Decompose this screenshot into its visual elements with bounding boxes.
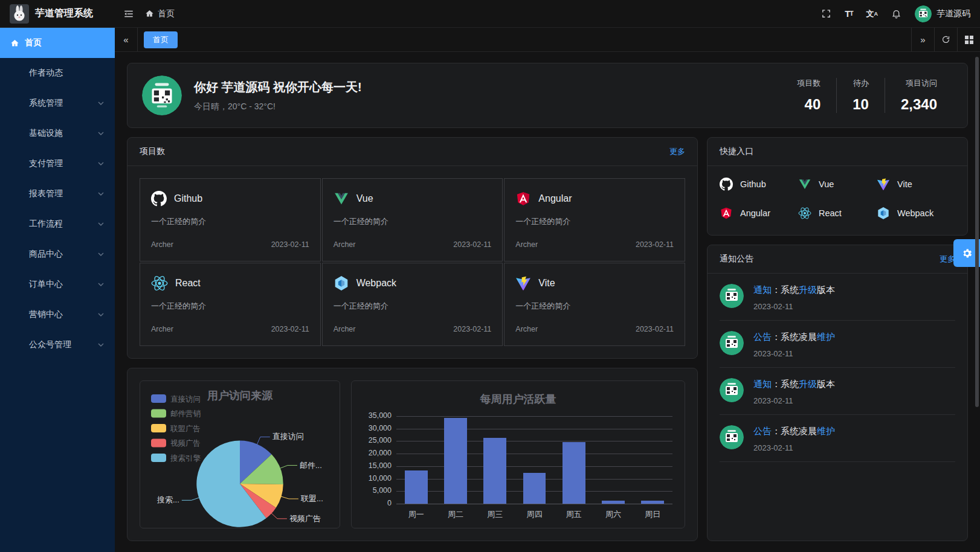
shortcut-vite[interactable]: Vite [877, 172, 955, 196]
scrollbar[interactable] [975, 57, 979, 407]
font-size-icon[interactable]: TT [845, 8, 853, 19]
language-icon[interactable]: 文A [866, 8, 878, 19]
project-card-github[interactable]: Github 一个正经的简介 Archer2023-02-11 [140, 178, 321, 262]
svg-text:邮件...: 邮件... [300, 461, 322, 470]
shortcut-angular[interactable]: Angular [720, 201, 798, 225]
notice-title: 通知：系统升级版本 [753, 379, 835, 390]
user-name: 芋道源码 [936, 8, 970, 19]
user-avatar [915, 5, 932, 22]
project-card-webpack[interactable]: Webpack 一个正经的简介 Archer2023-02-11 [322, 263, 503, 346]
projects-more-link[interactable]: 更多 [669, 146, 685, 157]
vite-icon [877, 178, 890, 191]
shortcut-webpack[interactable]: Webpack [877, 201, 955, 225]
stat-visits: 项目访问 2,340 [885, 78, 953, 113]
bell-icon[interactable] [891, 8, 901, 19]
sidebar-item-home[interactable]: 首页 [0, 28, 115, 58]
chevron-down-icon [98, 252, 104, 256]
pie-chart-user-source[interactable]: 用户访问来源直接访问邮件营销联盟广告视频广告搜索引擎直接访问邮件...联盟...… [140, 380, 340, 528]
tabs-scroll-right-button[interactable]: » [911, 28, 934, 51]
charts-card: 用户访问来源直接访问邮件营销联盟广告视频广告搜索引擎直接访问邮件...联盟...… [127, 368, 698, 541]
notice-avatar [720, 425, 744, 449]
sidebar-item-order[interactable]: 订单中心 [0, 269, 115, 300]
home-icon [10, 39, 19, 48]
bar-chart-weekly-activity[interactable]: 每周用户活跃量05,00010,00015,00020,00025,00030,… [351, 380, 685, 528]
sidebar-item-wechat[interactable]: 公众号管理 [0, 330, 115, 360]
svg-text:用户访问来源: 用户访问来源 [207, 390, 273, 402]
shortcuts-card-title: 快捷入口 [720, 146, 753, 157]
project-card-react[interactable]: React 一个正经的简介 Archer2023-02-11 [140, 263, 321, 346]
notices-card: 通知公告 更多 通知：系统升级版本 2023-02-11 [707, 245, 968, 541]
breadcrumb[interactable]: 首页 [145, 8, 175, 19]
notice-title: 公告：系统凌晨维护 [753, 332, 835, 343]
stat-group: 项目数 40 待办 10 项目访问 2,340 [781, 78, 953, 113]
weather-text: 今日晴，20°C - 32°C! [194, 101, 362, 112]
logo-area[interactable]: 芋道管理系统 [10, 4, 115, 24]
project-card-vite[interactable]: Vite 一个正经的简介 Archer2023-02-11 [504, 263, 685, 346]
svg-text:邮件营销: 邮件营销 [170, 409, 201, 418]
sidebar-item-report[interactable]: 报表管理 [0, 179, 115, 209]
angular-icon [720, 207, 733, 220]
breadcrumb-label: 首页 [158, 8, 175, 19]
svg-text:联盟广告: 联盟广告 [170, 425, 201, 433]
page-content: 你好 芋道源码 祝你开心每一天! 今日晴，20°C - 32°C! 项目数 40… [115, 52, 980, 552]
notice-item[interactable]: 公告：系统凌晨维护 2023-02-11 [720, 321, 955, 368]
fullscreen-icon[interactable] [821, 8, 831, 19]
notice-date: 2023-02-11 [753, 349, 835, 358]
sidebar-item-workflow[interactable]: 工作流程 [0, 209, 115, 239]
notice-date: 2023-02-11 [753, 396, 835, 405]
project-card-vue[interactable]: Vue 一个正经的简介 Archer2023-02-11 [322, 178, 503, 262]
tab-home[interactable]: 首页 [144, 31, 178, 48]
chevron-down-icon [98, 101, 104, 105]
stat-todo: 待办 10 [836, 78, 885, 113]
notices-card-title: 通知公告 [720, 254, 753, 265]
chevron-down-icon [98, 192, 104, 196]
profile-avatar [142, 75, 182, 115]
notice-avatar [720, 284, 744, 308]
github-icon [720, 178, 733, 191]
webpack-icon [877, 207, 890, 220]
menu-fold-icon[interactable] [123, 8, 134, 19]
chevron-down-icon [98, 283, 104, 286]
shortcuts-card: 快捷入口 Github Vue [707, 137, 968, 236]
sidebar-item-marketing[interactable]: 营销中心 [0, 300, 115, 330]
svg-text:直接访问: 直接访问 [272, 432, 304, 441]
sidebar-item-pay[interactable]: 支付管理 [0, 149, 115, 179]
notice-title: 公告：系统凌晨维护 [753, 426, 835, 437]
chevron-down-icon [98, 313, 104, 316]
react-icon [798, 207, 811, 220]
svg-text:视频广告: 视频广告 [289, 514, 321, 523]
projects-card-title: 项目数 [140, 146, 165, 157]
webpack-icon [334, 275, 349, 291]
sidebar-item-author[interactable]: 作者动态 [0, 58, 115, 88]
svg-text:搜索...: 搜索... [156, 495, 179, 504]
notice-item[interactable]: 通知：系统升级版本 2023-02-11 [720, 274, 955, 321]
chevron-down-icon [98, 343, 104, 347]
header-actions: TT 文A 芋道源码 [821, 5, 970, 22]
shortcut-github[interactable]: Github [720, 172, 798, 196]
notice-title: 通知：系统升级版本 [753, 284, 835, 296]
sidebar-item-system[interactable]: 系统管理 [0, 88, 115, 118]
notice-item[interactable]: 通知：系统升级版本 2023-02-11 [720, 368, 955, 415]
chevron-down-icon [98, 132, 104, 135]
notice-item[interactable]: 公告：系统凌晨维护 2023-02-11 [720, 415, 955, 462]
shortcut-vue[interactable]: Vue [798, 172, 877, 196]
tab-bar: « 首页 » [115, 28, 980, 52]
app-title: 芋道管理系统 [35, 7, 93, 20]
user-menu[interactable]: 芋道源码 [915, 5, 970, 22]
refresh-icon[interactable] [934, 28, 957, 51]
sidebar-item-infra[interactable]: 基础设施 [0, 118, 115, 149]
svg-text:直接访问: 直接访问 [170, 395, 201, 403]
tabs-scroll-left-button[interactable]: « [115, 28, 138, 51]
chevron-down-icon [98, 222, 104, 226]
notice-date: 2023-02-11 [753, 443, 835, 452]
vite-icon [515, 275, 531, 291]
home-icon [145, 9, 154, 18]
rabbit-logo [10, 4, 29, 24]
project-card-angular[interactable]: Angular 一个正经的简介 Archer2023-02-11 [504, 178, 685, 262]
top-header: 芋道管理系统 首页 TT 文A 芋道源码 [0, 0, 980, 28]
chevron-down-icon [98, 162, 104, 165]
grid-menu-icon[interactable] [957, 28, 980, 51]
angular-icon [515, 191, 531, 207]
shortcut-react[interactable]: React [798, 201, 877, 225]
sidebar-item-product[interactable]: 商品中心 [0, 239, 115, 269]
